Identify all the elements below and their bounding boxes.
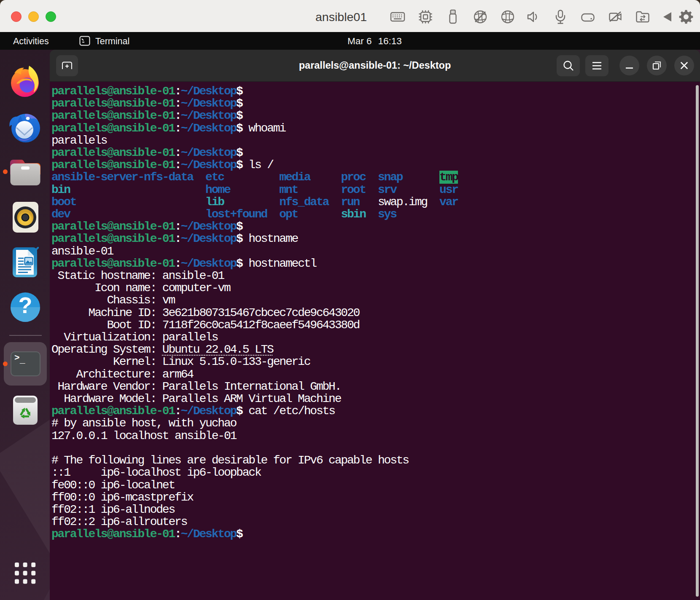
svg-text:?: ? (19, 292, 32, 318)
